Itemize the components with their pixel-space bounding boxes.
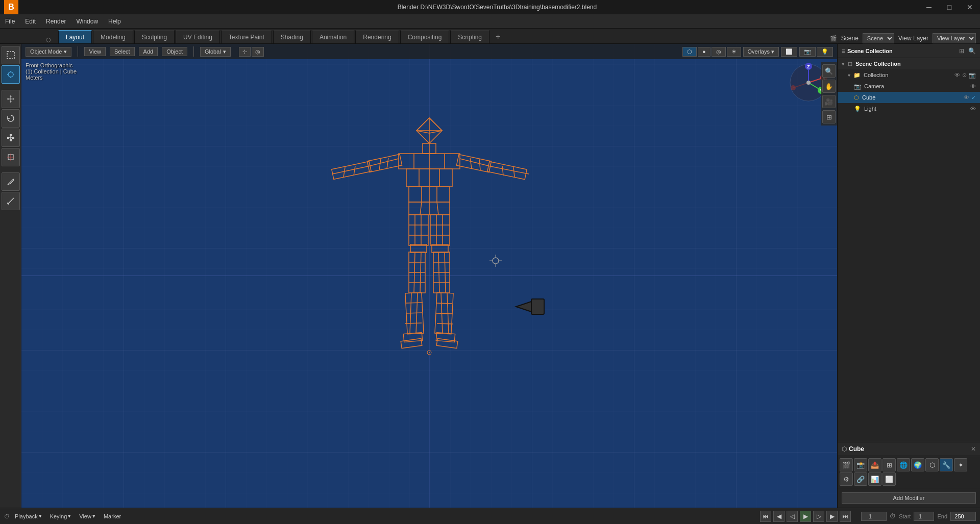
prop-particles-icon[interactable]: ✦	[954, 458, 967, 471]
prop-material-icon[interactable]: ⬜	[883, 472, 896, 486]
svg-rect-0	[7, 52, 14, 59]
outliner-filter-icon[interactable]: ⊞	[959, 47, 964, 55]
menu-edit[interactable]: Edit	[20, 14, 41, 28]
window-title: Blender D:\NEW3D\SwordOfSevenTruths\3Dtr…	[18, 4, 976, 11]
viewport-object-menu[interactable]: Object	[162, 47, 187, 56]
playback-menu[interactable]: Playback ▾	[12, 512, 45, 520]
cube-eye-icon[interactable]: 👁	[964, 94, 969, 101]
jump-to-start-button[interactable]: ⏮	[760, 511, 771, 522]
keying-menu[interactable]: Keying ▾	[47, 512, 75, 520]
collection-render-icon[interactable]: 📷	[969, 72, 976, 79]
viewport-proportional-btn[interactable]: ◎	[252, 47, 264, 57]
window-controls[interactable]: ─ □ ✕	[919, 0, 980, 14]
end-frame-input[interactable]	[950, 512, 976, 521]
prop-scene-props-icon[interactable]: 🌐	[897, 458, 910, 471]
svg-line-71	[502, 166, 503, 176]
viewport-xray-btn[interactable]: ⬜	[781, 47, 797, 57]
toolbar-rotate[interactable]	[2, 109, 20, 128]
play-button[interactable]: ▶	[800, 511, 811, 522]
toolbar-move[interactable]	[2, 90, 20, 108]
tab-uv-editing[interactable]: UV Editing	[176, 30, 220, 43]
tab-sculpting[interactable]: Sculpting	[134, 30, 175, 43]
menu-render[interactable]: Render	[41, 14, 71, 28]
viewport-camera-icon-btn[interactable]: 📷	[799, 47, 816, 57]
tab-rendering[interactable]: Rendering	[355, 30, 399, 43]
prop-view-layer-icon[interactable]: ⊞	[883, 458, 896, 471]
collection-eye-icon[interactable]: 👁	[954, 72, 960, 79]
shading-solid-btn[interactable]: ●	[698, 47, 710, 57]
viewport-light-icon-btn[interactable]: 💡	[817, 47, 833, 57]
viewport-mode-selector[interactable]: Object Mode ▾	[26, 47, 71, 57]
prop-output-icon[interactable]: 📤	[868, 458, 881, 471]
svg-line-102	[405, 323, 422, 323]
viewport-orbit-icon[interactable]: 🎥	[822, 95, 836, 108]
viewport-global-btn[interactable]: Global ▾	[200, 47, 231, 57]
toolbar-measure[interactable]	[2, 192, 20, 210]
current-frame-input[interactable]	[861, 512, 887, 521]
cube-item[interactable]: ⬡ Cube 👁 ✓	[838, 92, 980, 103]
prop-world-icon[interactable]: 🌍	[911, 458, 924, 471]
viewport-3d[interactable]: Object Mode ▾ View Select Add Object Glo…	[21, 44, 837, 508]
next-keyframe-button[interactable]: ▶	[826, 511, 838, 522]
menu-help[interactable]: Help	[103, 14, 126, 28]
collection-folder-icon: 📁	[853, 72, 861, 79]
camera-item[interactable]: 📷 Camera 👁	[838, 81, 980, 92]
toolbar-scale[interactable]	[2, 129, 20, 147]
prop-modifier-icon[interactable]: 🔧	[940, 458, 953, 471]
maximize-button[interactable]: □	[939, 0, 960, 14]
prop-constraints-icon[interactable]: 🔗	[854, 472, 867, 486]
toolbar-select-box[interactable]	[2, 46, 20, 64]
tab-scripting[interactable]: Scripting	[450, 30, 489, 43]
menu-file[interactable]: File	[0, 14, 20, 28]
add-modifier-button[interactable]: Add Modifier	[842, 492, 976, 504]
view-menu[interactable]: View ▾	[76, 512, 99, 520]
light-eye-icon[interactable]: 👁	[970, 106, 976, 112]
tab-animation[interactable]: Animation	[312, 30, 354, 43]
jump-to-end-button[interactable]: ⏭	[840, 511, 851, 522]
step-forward-button[interactable]: ▷	[813, 511, 824, 522]
viewport-add-menu[interactable]: Add	[139, 47, 158, 56]
shading-material-btn[interactable]: ◎	[712, 47, 726, 57]
viewport-overlay-btn[interactable]: Overlays ▾	[743, 47, 779, 57]
collection-row-scene[interactable]: ▾ ⊡ Scene Collection	[838, 58, 980, 69]
viewport-snap-btn[interactable]: ⊹	[239, 47, 251, 57]
outliner-panel: ≡ Scene Collection ⊞ 🔍 ▾ ⊡ Scene Collect…	[837, 44, 980, 508]
collection-select-icon[interactable]: ⊙	[962, 72, 967, 79]
toolbar-transform[interactable]	[2, 148, 20, 166]
camera-eye-icon[interactable]: 👁	[970, 83, 976, 89]
toolbar-annotate[interactable]	[2, 172, 20, 191]
viewport-select-menu[interactable]: Select	[110, 47, 135, 56]
prop-data-icon[interactable]: 📊	[868, 472, 881, 486]
viewport-camera-view-icon[interactable]: ⊞	[822, 110, 836, 123]
collection-item[interactable]: ▾ 📁 Collection 👁 ⊙ 📷	[838, 69, 980, 81]
tab-compositing[interactable]: Compositing	[400, 30, 450, 43]
marker-menu[interactable]: Marker	[101, 512, 124, 520]
prop-scene-icon[interactable]: 🎬	[840, 458, 853, 471]
tab-layout[interactable]: Layout	[58, 30, 92, 43]
viewport-pan-icon[interactable]: ✋	[822, 80, 836, 93]
prop-object-icon[interactable]: ⬡	[925, 458, 939, 471]
view-layer-selector[interactable]: View Layer	[933, 33, 976, 43]
outliner-search-icon[interactable]: 🔍	[968, 47, 976, 55]
menu-window[interactable]: Window	[71, 14, 103, 28]
close-button[interactable]: ✕	[960, 0, 980, 14]
shading-wireframe-btn[interactable]: ⬡	[682, 47, 697, 57]
add-workspace-button[interactable]: +	[491, 30, 505, 43]
properties-close-icon[interactable]: ✕	[971, 445, 976, 453]
viewport-view-menu[interactable]: View	[84, 47, 106, 56]
prev-keyframe-button[interactable]: ◀	[773, 511, 785, 522]
tab-modeling[interactable]: Modeling	[93, 30, 133, 43]
viewport-zoom-icon[interactable]: 🔍	[822, 64, 836, 78]
light-item[interactable]: 💡 Light 👁	[838, 103, 980, 114]
prop-physics-icon[interactable]: ⚙	[840, 472, 853, 486]
scene-selector[interactable]: Scene	[863, 33, 894, 43]
step-back-button[interactable]: ◁	[787, 511, 798, 522]
start-frame-input[interactable]	[914, 512, 934, 521]
toolbar-cursor[interactable]	[2, 65, 20, 84]
shading-rendered-btn[interactable]: ☀	[727, 47, 741, 57]
tab-shading[interactable]: Shading	[273, 30, 311, 43]
light-row-icons: 👁	[970, 106, 976, 112]
tab-texture-paint[interactable]: Texture Paint	[221, 30, 272, 43]
minimize-button[interactable]: ─	[919, 0, 939, 14]
prop-render-icon[interactable]: 📸	[854, 458, 867, 471]
